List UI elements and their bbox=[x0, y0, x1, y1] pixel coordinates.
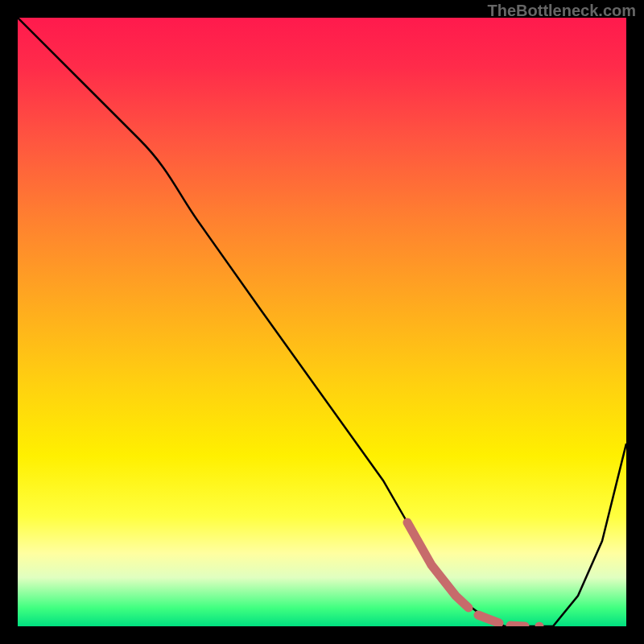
watermark-text: TheBottleneck.com bbox=[488, 2, 636, 20]
bottleneck-curve-path bbox=[18, 18, 626, 626]
chart-plot-area bbox=[18, 18, 626, 626]
svg-point-0 bbox=[535, 622, 544, 627]
chart-svg bbox=[18, 18, 626, 626]
